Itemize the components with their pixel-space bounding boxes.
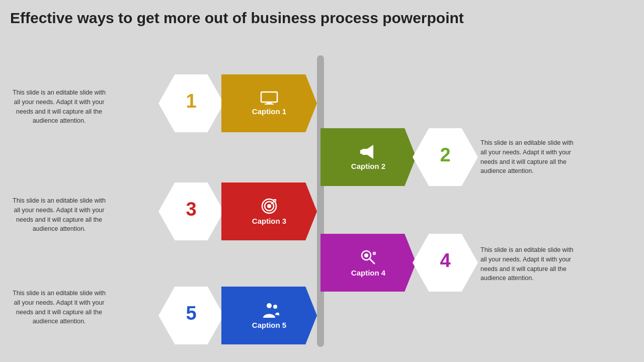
svg-point-7 (267, 204, 271, 208)
page-title: Effective ways to get more out of busine… (10, 9, 634, 27)
number-2: 2 (413, 128, 478, 166)
desc-4: This slide is an editable slide with all… (480, 245, 579, 283)
caption-label-1: Caption 1 (252, 107, 286, 116)
hex-number-4: 4 (413, 234, 478, 292)
number-1: 1 (158, 74, 224, 112)
caption-block-3: Caption 3 (221, 183, 317, 240)
svg-rect-4 (360, 150, 363, 154)
hex-number-3: 3 (158, 183, 224, 240)
center-line (317, 55, 324, 347)
svg-point-15 (273, 305, 277, 309)
number-5: 5 (158, 287, 224, 324)
caption-block-5: Caption 5 (221, 287, 317, 344)
desc-2: This slide is an editable slide with all… (480, 138, 579, 176)
caption-block-2: Caption 2 (320, 128, 416, 186)
desc-5: This slide is an editable slide with all… (10, 289, 108, 326)
megaphone-icon (359, 144, 377, 160)
hex-number-2: 2 (413, 128, 478, 186)
svg-point-11 (364, 253, 368, 257)
caption-label-5: Caption 5 (252, 321, 286, 329)
desc-3: This slide is an editable slide with all… (10, 196, 108, 234)
people-icon (259, 302, 279, 319)
svg-rect-2 (265, 104, 274, 105)
target-icon (261, 198, 278, 215)
svg-point-14 (267, 303, 272, 308)
hex-number-1: 1 (158, 74, 224, 132)
svg-marker-3 (362, 145, 373, 159)
number-4: 4 (413, 234, 478, 272)
number-3: 3 (158, 183, 224, 220)
monitor-icon (260, 91, 278, 105)
hex-number-5: 5 (158, 287, 224, 344)
caption-label-4: Caption 4 (351, 268, 385, 277)
caption-block-4: Caption 4 (320, 234, 416, 292)
svg-rect-1 (267, 102, 272, 104)
caption-block-1: Caption 1 (221, 74, 317, 132)
search-gear-icon (359, 248, 377, 266)
svg-rect-0 (261, 92, 277, 102)
caption-label-3: Caption 3 (252, 217, 286, 225)
caption-label-2: Caption 2 (351, 162, 385, 170)
svg-line-10 (370, 259, 374, 263)
desc-1: This slide is an editable slide with all… (10, 88, 108, 126)
